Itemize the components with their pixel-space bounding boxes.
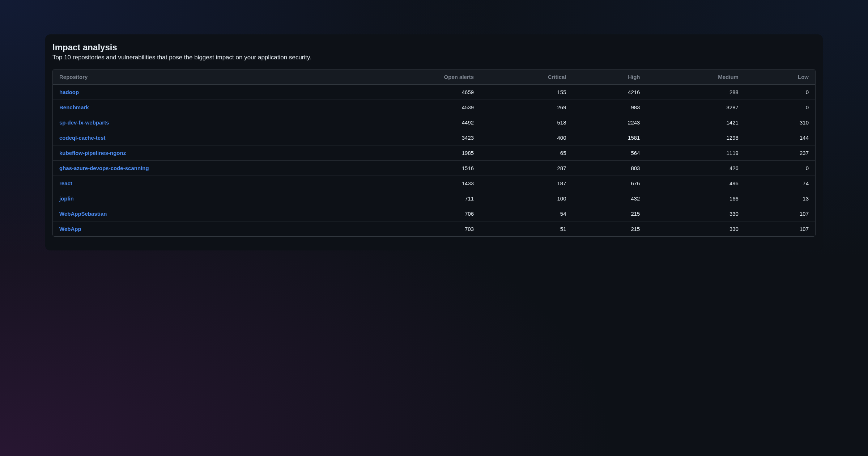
cell-high: 2243 (573, 115, 646, 130)
cell-high: 432 (573, 191, 646, 206)
cell-high: 1581 (573, 130, 646, 145)
cell-repository: joplin (53, 191, 354, 206)
table-row: WebApp70351215330107 (53, 221, 815, 237)
cell-high: 215 (573, 221, 646, 237)
table-row: sp-dev-fx-webparts449251822431421310 (53, 115, 815, 130)
cell-medium: 330 (646, 221, 745, 237)
repository-link[interactable]: kubeflow-pipelines-ngonz (59, 150, 126, 156)
cell-critical: 51 (480, 221, 573, 237)
panel-title: Impact analysis (52, 42, 816, 52)
cell-low: 13 (745, 191, 815, 206)
cell-repository: hadoop (53, 85, 354, 100)
table-row: codeql-cache-test342340015811298144 (53, 130, 815, 145)
cell-repository: WebAppSebastian (53, 206, 354, 221)
column-header-open-alerts: Open alerts (354, 69, 480, 85)
column-header-low: Low (745, 69, 815, 85)
cell-critical: 100 (480, 191, 573, 206)
cell-medium: 330 (646, 206, 745, 221)
cell-medium: 1119 (646, 145, 745, 161)
cell-low: 0 (745, 100, 815, 115)
repository-link[interactable]: WebAppSebastian (59, 211, 107, 217)
cell-open-alerts: 1516 (354, 161, 480, 176)
cell-critical: 65 (480, 145, 573, 161)
cell-medium: 3287 (646, 100, 745, 115)
table-row: kubeflow-pipelines-ngonz1985655641119237 (53, 145, 815, 161)
cell-medium: 1421 (646, 115, 745, 130)
cell-open-alerts: 706 (354, 206, 480, 221)
cell-critical: 400 (480, 130, 573, 145)
table-row: joplin71110043216613 (53, 191, 815, 206)
cell-open-alerts: 1985 (354, 145, 480, 161)
cell-low: 107 (745, 221, 815, 237)
cell-open-alerts: 711 (354, 191, 480, 206)
cell-critical: 155 (480, 85, 573, 100)
cell-repository: WebApp (53, 221, 354, 237)
cell-repository: codeql-cache-test (53, 130, 354, 145)
repository-link[interactable]: hadoop (59, 89, 79, 95)
table-body: hadoop465915542162880Benchmark4539269983… (53, 85, 815, 237)
column-header-repository: Repository (53, 69, 354, 85)
table-header-row: Repository Open alerts Critical High Med… (53, 69, 815, 85)
panel-subtitle: Top 10 repositories and vulnerabilities … (52, 54, 816, 61)
cell-high: 564 (573, 145, 646, 161)
cell-low: 0 (745, 161, 815, 176)
cell-critical: 287 (480, 161, 573, 176)
repository-link[interactable]: WebApp (59, 226, 81, 232)
cell-open-alerts: 4539 (354, 100, 480, 115)
cell-critical: 269 (480, 100, 573, 115)
cell-open-alerts: 4492 (354, 115, 480, 130)
cell-high: 215 (573, 206, 646, 221)
repository-link[interactable]: codeql-cache-test (59, 135, 106, 141)
column-header-medium: Medium (646, 69, 745, 85)
table-row: Benchmark453926998332870 (53, 100, 815, 115)
cell-repository: react (53, 176, 354, 191)
table-row: hadoop465915542162880 (53, 85, 815, 100)
cell-low: 144 (745, 130, 815, 145)
cell-high: 983 (573, 100, 646, 115)
impact-table: Repository Open alerts Critical High Med… (53, 69, 815, 236)
cell-open-alerts: 703 (354, 221, 480, 237)
column-header-high: High (573, 69, 646, 85)
column-header-critical: Critical (480, 69, 573, 85)
table-row: react143318767649674 (53, 176, 815, 191)
cell-low: 0 (745, 85, 815, 100)
cell-repository: sp-dev-fx-webparts (53, 115, 354, 130)
cell-medium: 288 (646, 85, 745, 100)
cell-high: 4216 (573, 85, 646, 100)
impact-analysis-panel: Impact analysis Top 10 repositories and … (45, 34, 823, 250)
panel-header: Impact analysis Top 10 repositories and … (52, 42, 816, 61)
cell-low: 310 (745, 115, 815, 130)
repository-link[interactable]: react (59, 180, 72, 186)
repository-link[interactable]: ghas-azure-devops-code-scanning (59, 165, 149, 171)
table-row: WebAppSebastian70654215330107 (53, 206, 815, 221)
cell-medium: 496 (646, 176, 745, 191)
cell-open-alerts: 4659 (354, 85, 480, 100)
cell-low: 107 (745, 206, 815, 221)
cell-high: 803 (573, 161, 646, 176)
cell-open-alerts: 1433 (354, 176, 480, 191)
repository-link[interactable]: sp-dev-fx-webparts (59, 119, 109, 126)
cell-medium: 426 (646, 161, 745, 176)
repository-link[interactable]: joplin (59, 195, 74, 202)
cell-high: 676 (573, 176, 646, 191)
repository-link[interactable]: Benchmark (59, 104, 89, 110)
cell-medium: 166 (646, 191, 745, 206)
cell-repository: ghas-azure-devops-code-scanning (53, 161, 354, 176)
cell-critical: 518 (480, 115, 573, 130)
cell-open-alerts: 3423 (354, 130, 480, 145)
table-row: ghas-azure-devops-code-scanning151628780… (53, 161, 815, 176)
impact-table-container: Repository Open alerts Critical High Med… (52, 69, 816, 237)
cell-medium: 1298 (646, 130, 745, 145)
cell-repository: kubeflow-pipelines-ngonz (53, 145, 354, 161)
cell-repository: Benchmark (53, 100, 354, 115)
cell-low: 237 (745, 145, 815, 161)
cell-critical: 54 (480, 206, 573, 221)
cell-low: 74 (745, 176, 815, 191)
cell-critical: 187 (480, 176, 573, 191)
